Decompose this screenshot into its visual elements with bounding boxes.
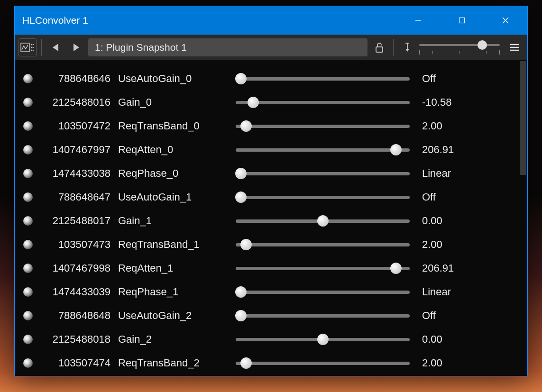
automation-radio[interactable] — [23, 121, 33, 131]
parameter-slider[interactable] — [236, 168, 410, 179]
slider-track — [236, 77, 410, 81]
parameter-slider[interactable] — [236, 263, 410, 274]
zoom-slider-thumb[interactable] — [478, 40, 487, 50]
parameter-value[interactable]: 206.91 — [419, 262, 514, 274]
parameter-value[interactable]: Linear — [419, 286, 514, 298]
close-button[interactable] — [484, 6, 527, 35]
parameter-slider[interactable] — [236, 286, 410, 298]
parameter-name: ReqAtten_0 — [116, 144, 228, 156]
parameter-row: 103507474ReqTransBand_22.00 — [20, 351, 514, 375]
slider-thumb[interactable] — [240, 120, 252, 132]
slider-thumb[interactable] — [235, 286, 247, 298]
slider-thumb[interactable] — [235, 168, 247, 179]
automation-radio[interactable] — [23, 264, 33, 273]
toolbar-separator — [41, 39, 42, 56]
parameter-value[interactable]: Off — [419, 191, 514, 203]
titlebar[interactable]: HLConvolver 1 — [15, 6, 527, 35]
automation-radio[interactable] — [23, 98, 33, 107]
parameter-name: Gain_1 — [116, 215, 228, 227]
automation-radio[interactable] — [23, 240, 33, 249]
parameter-value[interactable]: -10.58 — [419, 96, 514, 109]
zoom-slider[interactable] — [419, 38, 500, 56]
automation-radio[interactable] — [23, 145, 33, 155]
slider-thumb[interactable] — [235, 73, 247, 84]
slider-track — [236, 101, 410, 104]
slider-thumb[interactable] — [317, 215, 329, 227]
slider-thumb[interactable] — [390, 144, 402, 155]
menu-button[interactable] — [505, 38, 524, 56]
automation-radio[interactable] — [23, 311, 33, 320]
parameter-slider[interactable] — [236, 73, 410, 84]
parameter-row: 2125488016Gain_0-10.58 — [20, 91, 514, 114]
snapshot-label: 1: Plugin Snapshot 1 — [95, 42, 187, 53]
slider-thumb[interactable] — [235, 310, 247, 321]
parameter-value[interactable]: 2.00 — [419, 120, 514, 132]
parameter-id: 2125488017 — [38, 215, 110, 227]
parameter-name: ReqTransBand_0 — [116, 120, 228, 132]
parameter-slider[interactable] — [236, 310, 410, 321]
automation-radio[interactable] — [23, 358, 33, 368]
svg-point-5 — [31, 44, 33, 46]
parameter-value[interactable]: Linear — [419, 167, 514, 180]
prev-snapshot-button[interactable] — [46, 38, 64, 56]
automation-radio[interactable] — [23, 74, 33, 83]
svg-rect-4 — [21, 43, 29, 52]
parameter-slider[interactable] — [236, 239, 410, 250]
parameter-id: 788648648 — [38, 310, 110, 322]
slider-thumb[interactable] — [390, 263, 402, 274]
automation-radio[interactable] — [23, 287, 33, 297]
parameter-value[interactable]: 0.00 — [419, 215, 514, 227]
parameter-value[interactable]: 0.00 — [419, 333, 514, 346]
toolbar-separator — [393, 39, 394, 56]
next-snapshot-button[interactable] — [67, 38, 85, 56]
svg-marker-12 — [73, 44, 79, 51]
parameter-row: 1407467998ReqAtten_1206.91 — [20, 256, 514, 280]
parameter-row: 103507472ReqTransBand_02.00 — [20, 114, 514, 138]
parameter-row: 1407467997ReqAtten_0206.91 — [20, 138, 514, 162]
parameter-slider[interactable] — [236, 97, 410, 108]
maximize-button[interactable] — [440, 6, 484, 35]
parameter-row: 2125488018Gain_20.00 — [20, 328, 514, 351]
parameter-slider[interactable] — [236, 357, 410, 369]
parameter-name: ReqTransBand_1 — [116, 238, 228, 251]
parameter-value[interactable]: Off — [419, 310, 514, 322]
automation-radio[interactable] — [23, 169, 33, 178]
parameter-slider[interactable] — [236, 191, 410, 203]
automation-radio[interactable] — [23, 335, 33, 344]
slider-thumb[interactable] — [240, 239, 252, 250]
slider-track — [236, 314, 410, 318]
parameter-list-container: 788648646UseAutoGain_0Off2125488016Gain_… — [15, 60, 527, 376]
parameter-name: ReqPhase_1 — [116, 286, 228, 298]
parameter-value[interactable]: Off — [419, 73, 514, 85]
parameter-slider[interactable] — [236, 334, 410, 345]
slider-thumb[interactable] — [248, 97, 259, 108]
parameter-id: 1474433039 — [38, 286, 110, 298]
parameter-name: UseAutoGain_2 — [116, 310, 228, 322]
parameter-slider[interactable] — [236, 144, 410, 155]
parameter-value[interactable]: 2.00 — [419, 357, 514, 369]
scrollbar-thumb[interactable] — [520, 61, 526, 175]
pin-button[interactable] — [398, 38, 416, 56]
snapshot-selector[interactable]: 1: Plugin Snapshot 1 — [88, 38, 367, 56]
slider-track — [236, 196, 410, 199]
parameter-name: ReqTransBand_2 — [116, 357, 228, 369]
parameter-value[interactable]: 2.00 — [419, 238, 514, 251]
parameter-id: 788648646 — [38, 73, 110, 85]
slider-track — [236, 172, 410, 175]
parameter-slider[interactable] — [236, 120, 410, 132]
slider-thumb[interactable] — [317, 334, 329, 345]
minimize-button[interactable] — [396, 6, 440, 35]
parameter-row: 788648647UseAutoGain_1Off — [20, 185, 514, 209]
slider-thumb[interactable] — [240, 357, 252, 369]
zoom-ticks — [419, 50, 500, 55]
parameter-value[interactable]: 206.91 — [419, 144, 514, 156]
lock-button[interactable] — [370, 38, 388, 56]
automation-radio[interactable] — [23, 192, 33, 202]
parameter-slider[interactable] — [236, 215, 410, 227]
zoom-slider-track — [419, 44, 500, 46]
automation-radio[interactable] — [23, 216, 33, 226]
editor-view-button[interactable] — [18, 38, 37, 56]
slider-thumb[interactable] — [235, 191, 247, 203]
slider-track — [236, 243, 410, 246]
parameter-row: 103507473ReqTransBand_12.00 — [20, 233, 514, 256]
